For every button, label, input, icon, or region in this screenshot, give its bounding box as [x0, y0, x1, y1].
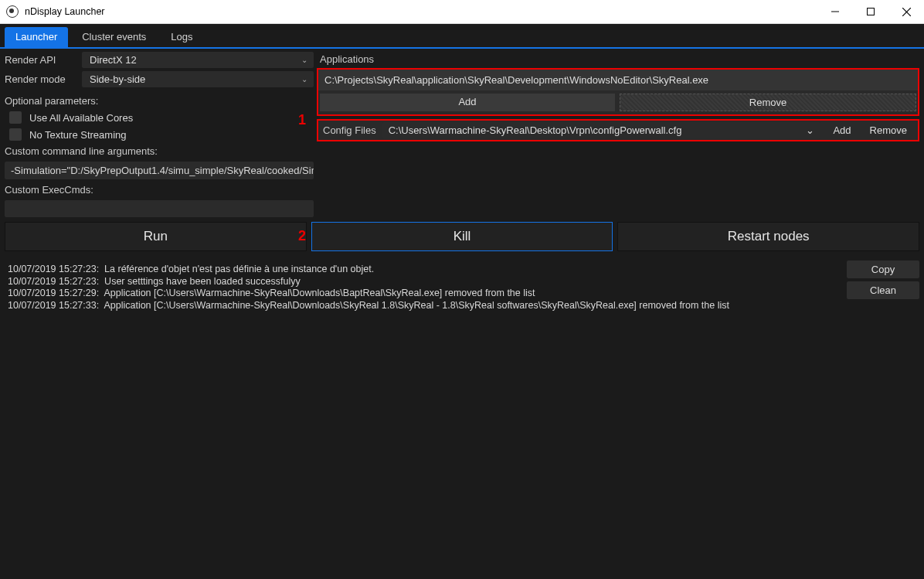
tab-strip: Launcher Cluster events Logs: [0, 24, 924, 49]
run-button[interactable]: Run: [5, 222, 307, 251]
main-area: Render API DirectX 12 ⌄ Render mode Side…: [0, 49, 924, 217]
log-buttons: Copy Clean: [847, 261, 919, 574]
render-api-value: DirectX 12: [90, 54, 137, 66]
optional-params-label: Optional parameters:: [5, 95, 314, 107]
config-files-value: C:\Users\Warmachine-SkyReal\Desktop\Vrpn…: [389, 124, 682, 136]
log-clean-button[interactable]: Clean: [847, 281, 919, 299]
chevron-down-icon: ⌄: [301, 75, 307, 83]
render-mode-select[interactable]: Side-by-side ⌄: [82, 71, 314, 87]
maximize-button[interactable]: [853, 0, 888, 23]
no-texture-streaming-row[interactable]: No Texture Streaming: [5, 128, 314, 141]
render-api-select[interactable]: DirectX 12 ⌄: [82, 52, 314, 68]
applications-list[interactable]: C:\Projects\SkyReal\application\SkyReal\…: [318, 70, 918, 90]
annotation-two: 2: [298, 228, 306, 244]
log-copy-button[interactable]: Copy: [847, 261, 919, 278]
log-output[interactable]: 10/07/2019 15:27:23: La référence d'obje…: [5, 261, 841, 574]
tab-logs[interactable]: Logs: [160, 27, 203, 47]
applications-panel: Applications 1 C:\Projects\SkyReal\appli…: [317, 52, 919, 217]
applications-remove-button[interactable]: Remove: [620, 94, 916, 111]
title-bar: nDisplay Launcher: [0, 0, 924, 24]
applications-buttons: Add Remove: [318, 90, 918, 114]
chevron-down-icon: ⌄: [301, 56, 307, 64]
custom-cmd-input[interactable]: -Simulation="D:/SkyPrepOutput1.4/simu_si…: [5, 162, 314, 179]
action-buttons: Run Kill Restart nodes: [0, 217, 924, 256]
tab-launcher[interactable]: Launcher: [5, 27, 68, 47]
config-add-button[interactable]: Add: [827, 123, 857, 138]
svg-rect-1: [868, 9, 875, 15]
annotation-one: 1: [298, 112, 306, 128]
app-body: Launcher Cluster events Logs Render API …: [0, 24, 924, 579]
restart-nodes-button[interactable]: Restart nodes: [617, 222, 919, 251]
applications-label: Applications: [317, 52, 919, 68]
no-texture-streaming-checkbox[interactable]: [9, 128, 22, 141]
window-controls: [817, 0, 924, 23]
use-all-cores-row[interactable]: Use All Available Cores: [5, 111, 314, 124]
log-area: 10/07/2019 15:27:23: La référence d'obje…: [0, 256, 924, 579]
application-item[interactable]: C:\Projects\SkyReal\application\SkyReal\…: [324, 74, 912, 86]
render-api-label: Render API: [5, 54, 82, 66]
no-texture-streaming-label: No Texture Streaming: [29, 129, 127, 141]
minimize-button[interactable]: [817, 0, 853, 23]
tab-cluster-events[interactable]: Cluster events: [71, 27, 157, 47]
custom-cmd-label: Custom command line arguments:: [5, 145, 314, 157]
kill-button[interactable]: Kill: [311, 222, 613, 251]
use-all-cores-checkbox[interactable]: [9, 111, 22, 124]
use-all-cores-label: Use All Available Cores: [29, 112, 133, 124]
custom-exec-label: Custom ExecCmds:: [5, 184, 314, 196]
config-files-label: Config Files: [323, 124, 376, 136]
app-icon: [6, 5, 19, 18]
chevron-down-icon: ⌄: [806, 124, 814, 136]
applications-box: C:\Projects\SkyReal\application\SkyReal\…: [317, 68, 919, 116]
settings-panel: Render API DirectX 12 ⌄ Render mode Side…: [5, 52, 314, 217]
render-mode-label: Render mode: [5, 73, 82, 85]
close-button[interactable]: [888, 0, 924, 23]
render-mode-value: Side-by-side: [90, 73, 145, 85]
config-remove-button[interactable]: Remove: [864, 123, 913, 138]
config-files-select[interactable]: C:\Users\Warmachine-SkyReal\Desktop\Vrpn…: [382, 122, 821, 138]
applications-add-button[interactable]: Add: [320, 94, 615, 111]
custom-exec-input[interactable]: [5, 200, 314, 217]
config-files-row: Config Files C:\Users\Warmachine-SkyReal…: [317, 119, 919, 141]
window-title: nDisplay Launcher: [25, 6, 105, 17]
